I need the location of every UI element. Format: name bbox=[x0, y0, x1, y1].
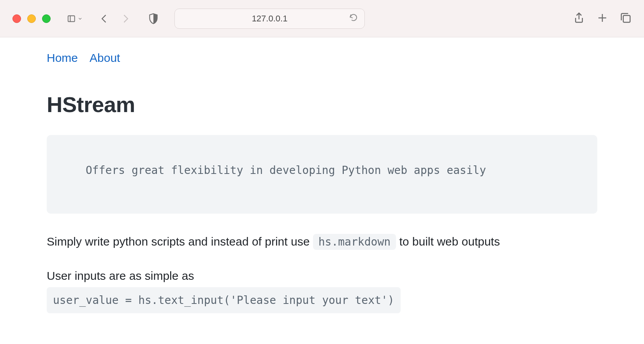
paragraph-2: User inputs are as simple as user_value … bbox=[47, 266, 597, 314]
window-traffic-lights bbox=[12, 14, 51, 23]
share-button[interactable] bbox=[573, 12, 585, 25]
chevron-down-icon bbox=[77, 15, 83, 22]
page-content: Home About HStream Offers great flexibil… bbox=[0, 37, 644, 313]
svg-rect-0 bbox=[68, 16, 75, 21]
tabs-icon bbox=[620, 12, 632, 24]
plus-icon bbox=[596, 12, 608, 24]
site-nav: Home About bbox=[47, 51, 597, 65]
tagline-block: Offers great flexibility in developing P… bbox=[47, 135, 597, 214]
sidebar-toggle-button[interactable] bbox=[67, 11, 83, 26]
reload-icon bbox=[349, 13, 358, 22]
paragraph-1: Simply write python scripts and instead … bbox=[47, 233, 597, 250]
page-title: HStream bbox=[47, 92, 597, 117]
new-tab-button[interactable] bbox=[596, 12, 608, 25]
forward-button[interactable] bbox=[118, 11, 133, 26]
shield-icon bbox=[148, 13, 158, 25]
reload-button[interactable] bbox=[349, 13, 358, 25]
nav-link-about[interactable]: About bbox=[90, 51, 120, 65]
browser-toolbar: 127.0.0.1 bbox=[0, 0, 644, 37]
window-minimize-button[interactable] bbox=[27, 14, 36, 23]
tab-overview-button[interactable] bbox=[620, 12, 632, 25]
paragraph-2-intro: User inputs are as simple as bbox=[47, 266, 597, 286]
paragraph-1-after: to built web outputs bbox=[399, 235, 500, 248]
chevron-right-icon bbox=[120, 13, 131, 24]
address-bar-text: 127.0.0.1 bbox=[252, 14, 288, 24]
address-bar[interactable]: 127.0.0.1 bbox=[174, 9, 365, 29]
code-block-text-input: user_value = hs.text_input('Please input… bbox=[47, 287, 401, 314]
window-zoom-button[interactable] bbox=[42, 14, 51, 23]
window-close-button[interactable] bbox=[12, 14, 21, 23]
chevron-left-icon bbox=[99, 13, 110, 24]
toolbar-right-group bbox=[573, 12, 632, 25]
sidebar-icon bbox=[67, 13, 76, 25]
inline-code-hs-markdown: hs.markdown bbox=[313, 234, 396, 250]
svg-rect-4 bbox=[623, 15, 630, 22]
privacy-report-button[interactable] bbox=[146, 11, 161, 26]
paragraph-1-before: Simply write python scripts and instead … bbox=[47, 235, 313, 248]
nav-link-home[interactable]: Home bbox=[47, 51, 78, 65]
share-icon bbox=[573, 12, 585, 24]
back-button[interactable] bbox=[97, 11, 112, 26]
